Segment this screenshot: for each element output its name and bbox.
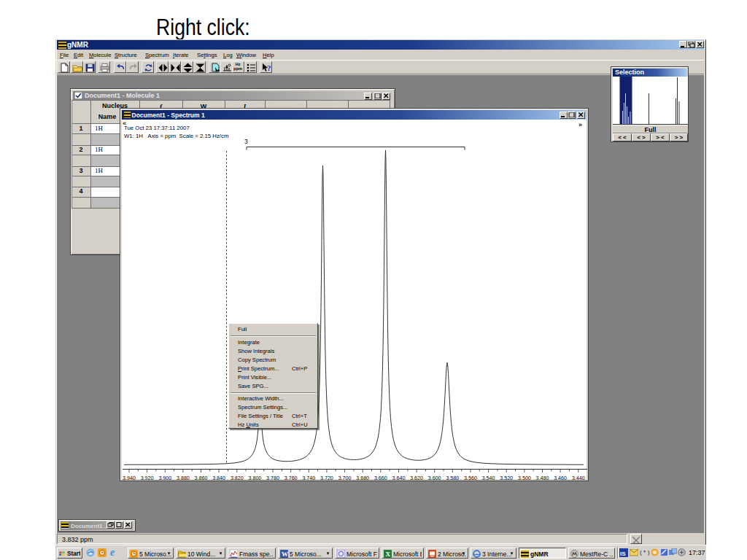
svg-text:3.940: 3.940 (123, 475, 136, 481)
svg-text:3.920: 3.920 (141, 475, 154, 481)
svg-text:3.840: 3.840 (212, 475, 225, 481)
svg-text:3.660: 3.660 (374, 475, 387, 481)
svg-text:3.560: 3.560 (464, 475, 477, 481)
svg-text:3.580: 3.580 (446, 475, 459, 481)
svg-text:3.820: 3.820 (231, 475, 244, 481)
svg-text:3.500: 3.500 (518, 475, 531, 481)
svg-text:3.860: 3.860 (195, 475, 208, 481)
svg-text:3.880: 3.880 (177, 475, 190, 481)
svg-text:3.900: 3.900 (158, 475, 171, 481)
svg-text:3.680: 3.680 (356, 475, 369, 481)
svg-text:3.800: 3.800 (249, 475, 262, 481)
svg-text:3.600: 3.600 (428, 475, 441, 481)
svg-text:X: X (385, 551, 390, 558)
svg-text:IS: IS (620, 551, 626, 557)
svg-text:3.540: 3.540 (482, 475, 495, 481)
svg-text:3.780: 3.780 (266, 475, 279, 481)
svg-text:3.520: 3.520 (500, 475, 513, 481)
svg-text:3.620: 3.620 (410, 475, 423, 481)
svg-text:3.440: 3.440 (572, 475, 585, 481)
svg-text:3.700: 3.700 (338, 475, 352, 481)
svg-text:3.480: 3.480 (536, 475, 549, 481)
svg-text:3.460: 3.460 (554, 475, 567, 481)
svg-text:3.760: 3.760 (285, 475, 298, 481)
svg-text:3.720: 3.720 (320, 475, 333, 481)
svg-text:3.640: 3.640 (392, 475, 406, 481)
svg-text:3.740: 3.740 (302, 475, 315, 481)
svg-text:?: ? (267, 63, 271, 72)
svg-text:W: W (282, 551, 288, 558)
